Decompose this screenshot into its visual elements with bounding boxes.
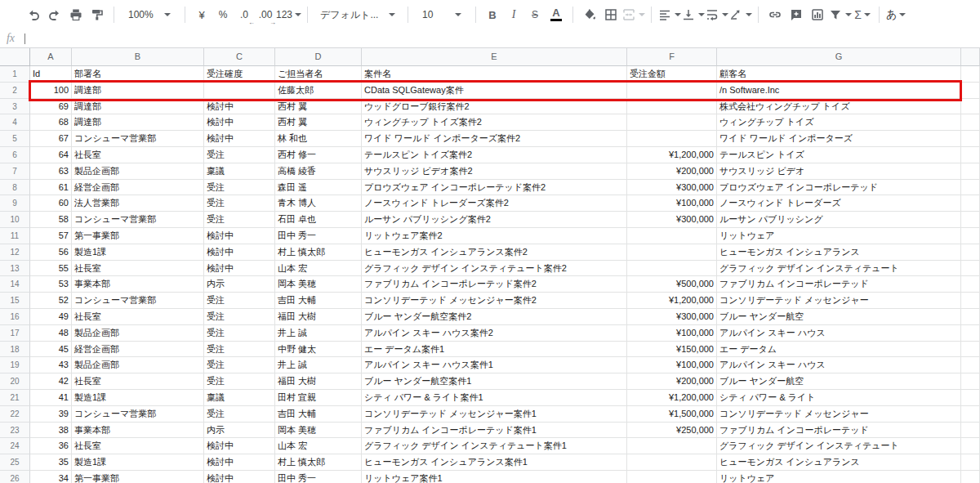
cell[interactable] [961, 293, 980, 309]
cell[interactable] [961, 454, 980, 471]
cell[interactable] [961, 276, 980, 293]
cell[interactable]: ¥100,000 [627, 325, 717, 342]
filter-button[interactable] [828, 4, 852, 25]
cell[interactable]: 検討中 [204, 131, 275, 147]
cell[interactable]: ファブリカム インコーポレーテッド案件2 [362, 276, 627, 293]
text-rotation-button[interactable] [728, 4, 752, 25]
print-button[interactable] [65, 4, 87, 25]
cell[interactable]: 法人営業部 [72, 195, 204, 212]
row-header[interactable]: 16 [0, 309, 30, 325]
cell[interactable]: シティ パワー & ライト案件1 [362, 390, 627, 406]
cell[interactable]: 井上 誠 [275, 325, 362, 342]
italic-button[interactable]: I [503, 4, 524, 25]
cell[interactable]: 35 [30, 454, 72, 471]
cell[interactable]: 57 [30, 228, 72, 244]
row-header[interactable]: 18 [0, 342, 30, 358]
cell[interactable]: /n Software.Inc [717, 83, 961, 99]
cell[interactable]: グラフィック デザイン インスティテュート [717, 438, 961, 454]
cell[interactable] [627, 131, 717, 147]
cell[interactable] [627, 114, 717, 131]
column-header-partial[interactable] [961, 48, 980, 66]
cell[interactable] [961, 406, 980, 423]
cell[interactable] [961, 373, 980, 390]
cell[interactable]: 受注 [204, 293, 275, 309]
cell[interactable]: ウィングチップ トイズ [717, 114, 961, 131]
cell[interactable]: ¥300,000 [627, 180, 717, 196]
cell[interactable]: コンソリデーテッド メッセンジャー案件1 [362, 406, 627, 423]
fill-color-button[interactable] [579, 4, 600, 25]
format-currency-button[interactable]: ¥ [191, 4, 212, 25]
cell[interactable]: コンシューマ営業部 [72, 293, 204, 309]
cell[interactable]: 岡本 美穂 [275, 276, 362, 293]
horizontal-align-button[interactable] [657, 4, 681, 25]
vertical-align-button[interactable] [681, 4, 705, 25]
row-header[interactable]: 4 [0, 114, 30, 131]
cell[interactable]: 受注 [204, 180, 275, 196]
cell[interactable]: 森田 遥 [275, 180, 362, 196]
cell[interactable]: 63 [30, 163, 72, 180]
cell[interactable]: 中野 健太 [275, 342, 362, 358]
cell[interactable] [961, 212, 980, 228]
cell[interactable]: 受注 [204, 309, 275, 325]
cell[interactable]: 検討中 [204, 114, 275, 131]
cell[interactable]: 受注 [204, 357, 275, 373]
cell[interactable]: 受注 [204, 147, 275, 163]
row-header[interactable]: 25 [0, 454, 30, 471]
cell[interactable]: 佐藤太郎 [275, 83, 362, 99]
decrease-decimal-button[interactable]: .0 ← [234, 4, 255, 25]
cell[interactable]: 製品企画部 [72, 325, 204, 342]
cell[interactable]: 製造1課 [72, 390, 204, 406]
insert-comment-button[interactable] [786, 4, 807, 25]
cell[interactable]: ¥1,500,000 [627, 406, 717, 423]
cell[interactable]: 受注 [204, 212, 275, 228]
cell[interactable]: 福田 大樹 [275, 373, 362, 390]
cell[interactable] [627, 244, 717, 261]
row-header[interactable]: 22 [0, 406, 30, 423]
cell[interactable]: 事業本部 [72, 423, 204, 439]
column-header-E[interactable]: E [362, 48, 627, 66]
merge-cells-button[interactable] [621, 4, 645, 25]
cell[interactable]: 検討中 [204, 471, 275, 483]
cell[interactable] [961, 99, 980, 115]
cell[interactable]: ブルー ヤンダー航空 [717, 309, 961, 325]
cell[interactable]: エー データム [717, 342, 961, 358]
cell[interactable]: 顧客名 [717, 66, 961, 83]
cell[interactable]: サウスリッジ ビデオ案件2 [362, 163, 627, 180]
cell[interactable]: 52 [30, 293, 72, 309]
cell[interactable]: 社長室 [72, 261, 204, 277]
formula-input[interactable] [25, 29, 980, 47]
cell[interactable]: ヒューモンガス インシュアランス [717, 244, 961, 261]
cell[interactable]: ¥100,000 [627, 357, 717, 373]
cell[interactable]: グラフィック デザイン インスティテュート [717, 261, 961, 277]
row-header[interactable]: 3 [0, 99, 30, 115]
cell[interactable] [961, 390, 980, 406]
cell[interactable]: 検討中 [204, 261, 275, 277]
cell[interactable]: 内示 [204, 276, 275, 293]
cell[interactable]: ブルー ヤンダー航空案件2 [362, 309, 627, 325]
cell[interactable]: アルパイン スキー ハウス案件2 [362, 325, 627, 342]
cell[interactable]: ワイド ワールド インポーターズ [717, 131, 961, 147]
cell[interactable]: ファブリカム インコーポレーテッド [717, 276, 961, 293]
row-header[interactable]: 2 [0, 83, 30, 99]
cell[interactable]: リットウェア案件1 [362, 471, 627, 483]
select-all-corner[interactable] [0, 48, 30, 66]
cell[interactable]: ウィングチップ トイズ案件2 [362, 114, 627, 131]
row-header[interactable]: 9 [0, 195, 30, 212]
column-header-G[interactable]: G [717, 48, 961, 66]
cell[interactable]: 検討中 [204, 228, 275, 244]
cell[interactable]: 38 [30, 423, 72, 439]
cell[interactable]: ウッドグローブ銀行案件2 [362, 99, 627, 115]
cell[interactable]: 社長室 [72, 373, 204, 390]
font-family-select[interactable]: デフォルト... [317, 4, 399, 25]
cell[interactable]: ¥1,200,000 [627, 390, 717, 406]
cell[interactable]: 西村 翼 [275, 114, 362, 131]
bold-button[interactable]: B [482, 4, 503, 25]
increase-decimal-button[interactable]: .00 → [255, 4, 276, 25]
cell[interactable]: 61 [30, 180, 72, 196]
cell[interactable] [961, 471, 980, 483]
cell[interactable] [961, 357, 980, 373]
cell[interactable]: 100 [30, 83, 72, 99]
cell[interactable]: テールスピン トイズ案件2 [362, 147, 627, 163]
cell[interactable]: 高橋 綾香 [275, 163, 362, 180]
cell[interactable]: 55 [30, 261, 72, 277]
